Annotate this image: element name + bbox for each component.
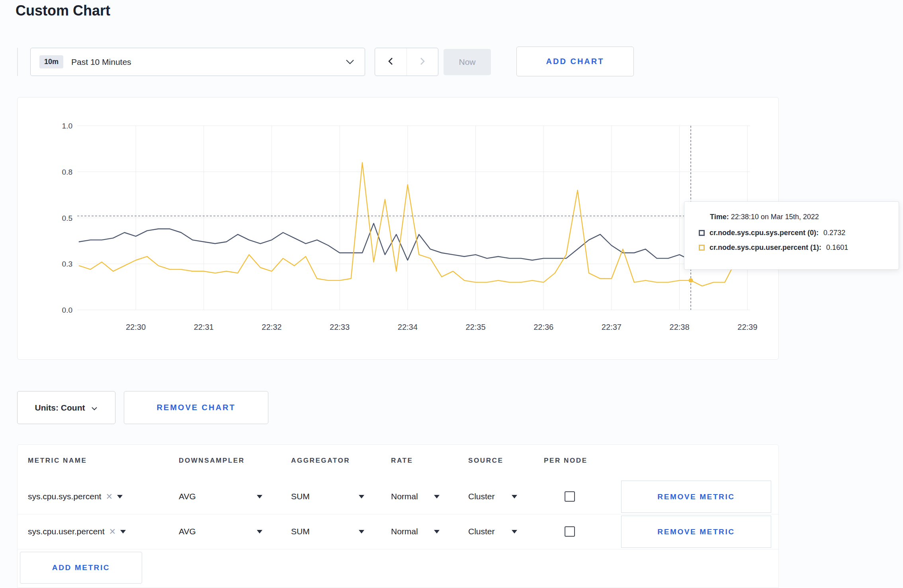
caret-down-icon xyxy=(117,495,123,498)
time-next-button[interactable] xyxy=(407,48,438,76)
col-header-metric-name: METRIC NAME xyxy=(28,457,87,465)
table-row: sys.cpu.user.percent × AVG SUM Normal Cl… xyxy=(18,514,778,549)
chart-card: 0.00.30.50.81.022:3022:3122:3222:3322:34… xyxy=(17,97,779,360)
svg-text:22:36: 22:36 xyxy=(534,323,553,331)
tooltip-series-label: cr.node.sys.cpu.sys.percent (0): xyxy=(710,229,819,237)
caret-down-icon xyxy=(512,495,517,498)
remove-metric-button[interactable]: REMOVE METRIC xyxy=(621,481,771,513)
caret-down-icon xyxy=(359,530,364,533)
per-node-checkbox[interactable] xyxy=(565,526,575,537)
svg-text:22:33: 22:33 xyxy=(330,323,350,331)
metric-name-value: sys.cpu.user.percent xyxy=(28,527,105,536)
chevron-down-icon xyxy=(346,59,354,65)
tooltip-series-row: cr.node.sys.cpu.user.percent (1): 0.1601 xyxy=(699,243,889,252)
svg-text:22:31: 22:31 xyxy=(194,323,214,331)
units-label: Units: Count xyxy=(35,403,85,413)
svg-text:0.0: 0.0 xyxy=(62,306,72,314)
chevron-right-icon xyxy=(420,57,425,67)
downsampler-select[interactable]: AVG xyxy=(179,514,262,549)
remove-metric-button[interactable]: REMOVE METRIC xyxy=(621,516,771,548)
col-header-aggregator: AGGREGATOR xyxy=(291,457,350,465)
svg-text:22:37: 22:37 xyxy=(602,323,622,331)
downsampler-value: AVG xyxy=(179,492,196,501)
per-node-cell xyxy=(565,479,575,514)
toolbar-left-divider xyxy=(17,48,18,76)
tooltip-time-value: 22:38:10 on Mar 15th, 2022 xyxy=(731,213,819,221)
source-value: Cluster xyxy=(468,492,495,501)
time-range-dropdown[interactable]: 10m Past 10 Minutes xyxy=(30,48,365,76)
source-value: Cluster xyxy=(468,527,495,536)
svg-text:22:35: 22:35 xyxy=(465,323,485,331)
col-header-rate: RATE xyxy=(391,457,413,465)
metric-name-value: sys.cpu.sys.percent xyxy=(28,492,101,501)
svg-text:0.3: 0.3 xyxy=(62,260,72,268)
caret-down-icon xyxy=(120,530,126,533)
tooltip-series-value: 0.1601 xyxy=(826,243,848,252)
close-icon[interactable]: × xyxy=(109,526,116,537)
svg-text:1.0: 1.0 xyxy=(62,122,72,130)
caret-down-icon xyxy=(359,495,364,498)
row-divider xyxy=(18,549,778,549)
chevron-left-icon xyxy=(388,57,393,67)
tooltip-series-label: cr.node.sys.cpu.user.percent (1): xyxy=(710,243,821,252)
col-header-downsampler: DOWNSAMPLER xyxy=(179,457,245,465)
tooltip-series-row: cr.node.sys.cpu.sys.percent (0): 0.2732 xyxy=(699,229,889,237)
rate-value: Normal xyxy=(391,527,418,536)
rate-select[interactable]: Normal xyxy=(391,514,440,549)
chart-tooltip: Time: 22:38:10 on Mar 15th, 2022 cr.node… xyxy=(684,201,899,270)
svg-text:22:38: 22:38 xyxy=(670,323,690,331)
table-row: sys.cpu.sys.percent × AVG SUM Normal Clu… xyxy=(18,479,778,514)
tooltip-series-marker xyxy=(699,230,705,236)
time-nav-group xyxy=(375,48,438,76)
chevron-down-icon xyxy=(91,403,98,413)
caret-down-icon xyxy=(257,530,262,533)
tooltip-series-value: 0.2732 xyxy=(823,229,845,237)
rate-select[interactable]: Normal xyxy=(391,479,440,514)
time-prev-button[interactable] xyxy=(375,48,407,76)
tooltip-time-row: Time: 22:38:10 on Mar 15th, 2022 xyxy=(710,213,889,221)
col-header-per-node: PER NODE xyxy=(544,457,588,465)
rate-value: Normal xyxy=(391,492,418,501)
caret-down-icon xyxy=(434,495,440,498)
add-chart-button[interactable]: ADD CHART xyxy=(516,47,634,76)
svg-text:0.8: 0.8 xyxy=(62,168,72,176)
tooltip-time-label: Time: xyxy=(710,213,729,221)
downsampler-select[interactable]: AVG xyxy=(179,479,262,514)
col-header-source: SOURCE xyxy=(468,457,503,465)
caret-down-icon xyxy=(257,495,262,498)
custom-chart-page: Custom Chart 10m Past 10 Minutes Now ADD… xyxy=(0,0,903,588)
aggregator-select[interactable]: SUM xyxy=(291,479,364,514)
svg-text:22:32: 22:32 xyxy=(262,323,281,331)
time-range-badge: 10m xyxy=(39,55,63,68)
remove-chart-button[interactable]: REMOVE CHART xyxy=(124,391,268,424)
metric-name-select[interactable]: sys.cpu.sys.percent × xyxy=(28,479,123,514)
page-title: Custom Chart xyxy=(16,2,110,19)
aggregator-value: SUM xyxy=(291,492,310,501)
metric-name-select[interactable]: sys.cpu.user.percent × xyxy=(28,514,126,549)
svg-text:22:30: 22:30 xyxy=(126,323,146,331)
caret-down-icon xyxy=(434,530,440,533)
source-select[interactable]: Cluster xyxy=(468,479,517,514)
aggregator-value: SUM xyxy=(291,527,310,536)
source-select[interactable]: Cluster xyxy=(468,514,517,549)
time-range-label: Past 10 Minutes xyxy=(71,57,131,67)
chart-svg[interactable]: 0.00.30.50.81.022:3022:3122:3222:3322:34… xyxy=(18,97,778,359)
per-node-cell xyxy=(565,514,575,549)
close-icon[interactable]: × xyxy=(106,491,112,502)
downsampler-value: AVG xyxy=(179,527,196,536)
svg-text:0.5: 0.5 xyxy=(62,214,72,222)
svg-text:22:34: 22:34 xyxy=(398,323,418,331)
add-metric-button[interactable]: ADD METRIC xyxy=(20,552,142,584)
now-button[interactable]: Now xyxy=(444,49,491,75)
svg-text:22:39: 22:39 xyxy=(737,323,757,331)
units-dropdown[interactable]: Units: Count xyxy=(17,391,115,424)
metrics-table: METRIC NAME DOWNSAMPLER AGGREGATOR RATE … xyxy=(17,444,779,588)
aggregator-select[interactable]: SUM xyxy=(291,514,364,549)
per-node-checkbox[interactable] xyxy=(565,491,575,502)
caret-down-icon xyxy=(512,530,517,533)
tooltip-series-marker xyxy=(699,245,705,251)
